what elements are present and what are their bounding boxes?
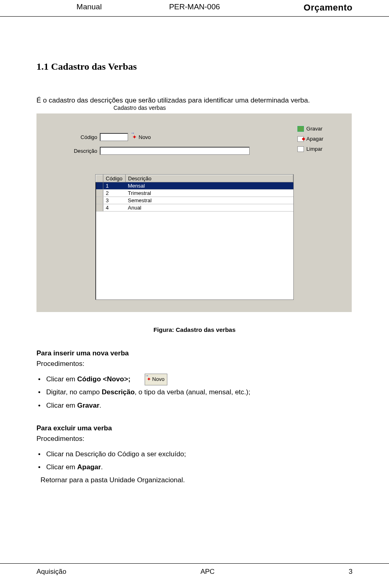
text: Clicar em <box>46 375 77 383</box>
bold-text: Apagar <box>77 463 101 471</box>
descricao-label: Descrição <box>68 148 97 154</box>
gravar-button[interactable]: Gravar <box>297 126 323 132</box>
list-item: Clicar em Gravar. <box>36 399 353 412</box>
cell-descricao: Anual <box>126 204 293 212</box>
footer-right-page-number: 3 <box>349 568 353 576</box>
list-item: Clicar na Descrição do Código a ser excl… <box>36 448 353 461</box>
row-gutter <box>96 190 103 197</box>
section-title: 1.1 Cadastro das Verbas <box>36 61 353 72</box>
cell-descricao: Semestral <box>126 197 293 204</box>
insert-subhead: Para inserir uma nova verba <box>36 349 353 357</box>
text: Clicar em <box>46 463 77 471</box>
bold-text: Código <Novo>; <box>77 375 130 383</box>
limpar-label: Limpar <box>306 146 323 152</box>
delete-bullets: Clicar na Descrição do Código a ser excl… <box>36 448 353 474</box>
row-gutter <box>96 204 103 212</box>
descricao-input[interactable] <box>100 147 250 155</box>
text: . <box>101 463 103 471</box>
cell-codigo: 3 <box>103 197 126 204</box>
page-header: Manual PER-MAN-006 Orçamento <box>0 0 389 17</box>
codigo-input[interactable] <box>100 133 128 141</box>
delete-subhead: Para excluir uma verba <box>36 424 353 432</box>
table-row[interactable]: 3 Semestral <box>96 197 293 204</box>
data-grid[interactable]: Código Descrição 1 Mensal 2 <box>95 174 294 300</box>
insert-bullets: Clicar em Código <Novo>; ✦ Novo Digitar,… <box>36 373 353 412</box>
row-gutter <box>96 182 103 190</box>
cell-codigo: 2 <box>103 190 126 197</box>
header-right: Orçamento <box>247 2 353 13</box>
figure-caption: Figura: Cadastro das verbas <box>36 326 353 333</box>
grid-header-descricao: Descrição <box>126 175 293 182</box>
text: . <box>99 402 101 409</box>
app-window-title: Cadastro das verbas <box>113 105 166 111</box>
limpar-button[interactable]: Limpar <box>297 146 323 152</box>
return-text: Retornar para a pasta Unidade Organizaci… <box>36 476 353 484</box>
text: , o tipo da verba (anual, mensal, etc.); <box>135 388 250 396</box>
row-gutter <box>96 197 103 204</box>
insert-proc-label: Procedimentos: <box>36 360 353 368</box>
list-item: Digitar, no campo Descrição, o tipo da v… <box>36 386 353 399</box>
inline-novo-button: ✦ Novo <box>145 374 167 385</box>
cell-descricao: Mensal <box>126 182 293 190</box>
bold-text: Gravar <box>77 402 100 409</box>
novo-label: Novo <box>139 134 151 140</box>
header-left: Manual <box>36 2 142 13</box>
grid-header-codigo: Código <box>103 175 126 182</box>
limpar-icon <box>297 146 304 152</box>
table-row[interactable]: 4 Anual <box>96 204 293 212</box>
footer-mid: APC <box>201 568 215 576</box>
app-window: Código ✦ Novo Descrição Gravar Apagar <box>36 113 352 312</box>
apagar-icon <box>297 136 304 142</box>
cell-descricao: Trimestral <box>126 190 293 197</box>
novo-icon: ✦ <box>147 374 151 385</box>
gravar-icon <box>297 126 304 132</box>
cell-codigo: 1 <box>103 182 126 190</box>
grid-gutter-header <box>96 175 103 182</box>
apagar-label: Apagar <box>306 136 323 142</box>
delete-proc-label: Procedimentos: <box>36 435 353 443</box>
novo-label: Novo <box>152 374 165 385</box>
table-row[interactable]: 2 Trimestral <box>96 190 293 197</box>
cell-codigo: 4 <box>103 204 126 212</box>
novo-button[interactable]: ✦ Novo <box>132 134 151 140</box>
bold-text: Descrição <box>102 388 135 396</box>
text: Clicar em <box>46 402 77 409</box>
footer-left: Aquisição <box>36 568 66 576</box>
apagar-button[interactable]: Apagar <box>297 136 323 142</box>
novo-icon: ✦ <box>132 134 137 140</box>
intro-text: É o cadastro das descrições que serão ut… <box>36 96 353 105</box>
list-item: Clicar em Código <Novo>; ✦ Novo <box>36 373 353 386</box>
codigo-label: Código <box>75 134 97 140</box>
header-mid: PER-MAN-006 <box>142 2 247 13</box>
page-footer: Aquisição APC 3 <box>0 563 389 576</box>
list-item: Clicar em Apagar. <box>36 461 353 474</box>
table-row[interactable]: 1 Mensal <box>96 182 293 190</box>
gravar-label: Gravar <box>306 126 323 132</box>
text: Digitar, no campo <box>46 388 102 396</box>
grid-header-row: Código Descrição <box>96 175 293 182</box>
